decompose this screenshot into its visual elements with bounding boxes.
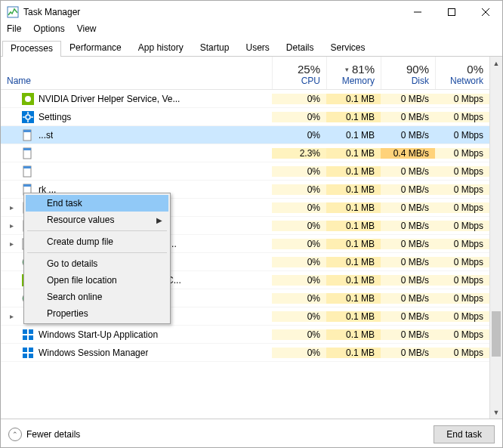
menubar: File Options View xyxy=(1,23,502,39)
maximize-button[interactable] xyxy=(434,1,468,23)
memory-cell: 0.1 MB xyxy=(326,275,381,286)
network-cell: 0 Mbps xyxy=(435,148,489,159)
vertical-scrollbar[interactable]: ▲ ▼ xyxy=(489,57,502,419)
submenu-arrow-icon: ▶ xyxy=(156,216,162,224)
memory-cell: 0.1 MB xyxy=(326,257,381,267)
svg-rect-38 xyxy=(23,335,27,340)
context-menu-item[interactable]: Go to details xyxy=(26,255,168,272)
tab-details[interactable]: Details xyxy=(278,40,322,56)
column-disk[interactable]: 90% Disk xyxy=(381,57,435,89)
context-menu-item[interactable]: Create dump file xyxy=(26,233,168,250)
column-name[interactable]: Name xyxy=(1,57,272,89)
disk-cell: 0 MB/s xyxy=(381,293,435,304)
tabs: Processes Performance App history Startu… xyxy=(1,40,502,57)
cpu-cell: 0% xyxy=(272,329,326,340)
fewer-details-button[interactable]: ⌃ Fewer details xyxy=(8,428,434,441)
context-menu-item[interactable]: Resource values▶ xyxy=(26,212,168,228)
minimize-button[interactable] xyxy=(400,1,434,23)
tab-startup[interactable]: Startup xyxy=(192,40,238,56)
disk-cell: 0 MB/s xyxy=(381,94,435,104)
context-menu-item[interactable]: End task xyxy=(26,195,168,212)
memory-cell: 0.1 MB xyxy=(326,166,381,177)
process-name: NVIDIA Driver Helper Service, Ve... xyxy=(39,94,180,104)
menu-separator xyxy=(27,252,167,253)
network-cell: 0 Mbps xyxy=(435,184,489,195)
table-row[interactable]: Settings0%0.1 MB0 MB/s0 Mbps xyxy=(1,108,502,126)
context-menu-item[interactable]: Search online xyxy=(26,289,168,305)
svg-rect-41 xyxy=(29,348,33,352)
tab-services[interactable]: Services xyxy=(322,40,374,56)
memory-cell: 0.1 MB xyxy=(326,112,381,122)
memory-cell: 0.1 MB xyxy=(326,94,381,104)
process-icon xyxy=(22,93,34,105)
table-row[interactable]: ...st0%0.1 MB0 MB/s0 Mbps xyxy=(1,126,502,144)
disk-cell: 0 MB/s xyxy=(381,329,435,340)
disk-cell: 0 MB/s xyxy=(381,130,435,141)
menu-view[interactable]: View xyxy=(77,23,97,39)
table-row[interactable]: NVIDIA Driver Helper Service, Ve...0%0.1… xyxy=(1,90,502,108)
tab-performance[interactable]: Performance xyxy=(61,40,130,56)
memory-cell: 0.1 MB xyxy=(326,148,381,159)
table-row[interactable]: 2.3%0.1 MB0.4 MB/s0 Mbps xyxy=(1,144,502,162)
disk-cell: 0 MB/s xyxy=(381,112,435,122)
memory-cell: 0.1 MB xyxy=(326,221,381,231)
svg-rect-40 xyxy=(23,348,27,352)
cpu-cell: 0% xyxy=(272,275,326,286)
scroll-thumb[interactable] xyxy=(492,311,501,357)
disk-cell: 0 MB/s xyxy=(381,166,435,177)
network-cell: 0 Mbps xyxy=(435,94,489,104)
process-icon xyxy=(22,165,34,178)
column-network[interactable]: 0% Network xyxy=(435,57,489,89)
network-cell: 0 Mbps xyxy=(435,130,489,141)
disk-cell: 0 MB/s xyxy=(381,239,435,249)
cpu-cell: 0% xyxy=(272,311,326,322)
menu-file[interactable]: File xyxy=(7,23,21,39)
svg-rect-42 xyxy=(23,354,27,358)
sort-desc-icon: ▾ xyxy=(345,66,349,73)
scroll-down-icon[interactable]: ▼ xyxy=(490,406,502,419)
process-icon xyxy=(22,129,34,141)
process-list: Name 25% CPU ▾81% Memory 90% Disk 0% Net… xyxy=(1,57,502,419)
column-cpu[interactable]: 25% CPU xyxy=(272,57,326,89)
task-manager-icon xyxy=(7,6,19,18)
disk-cell: 0 MB/s xyxy=(381,275,435,286)
disk-cell: 0 MB/s xyxy=(381,221,435,231)
tab-app-history[interactable]: App history xyxy=(130,40,192,56)
context-menu-item[interactable]: Open file location xyxy=(26,272,168,289)
cpu-cell: 0% xyxy=(272,94,326,104)
memory-cell: 0.1 MB xyxy=(326,184,381,195)
tab-processes[interactable]: Processes xyxy=(2,41,61,57)
disk-cell: 0.4 MB/s xyxy=(381,148,435,159)
network-cell: 0 Mbps xyxy=(435,348,489,358)
expand-icon[interactable]: ▸ xyxy=(7,239,16,248)
process-icon xyxy=(22,111,34,123)
menu-options[interactable]: Options xyxy=(33,23,64,39)
table-row[interactable]: Windows Session Manager0%0.1 MB0 MB/s0 M… xyxy=(1,344,502,362)
network-cell: 0 Mbps xyxy=(435,166,489,177)
network-cell: 0 Mbps xyxy=(435,221,489,231)
expand-icon[interactable]: ▸ xyxy=(7,221,16,230)
network-cell: 0 Mbps xyxy=(435,293,489,304)
titlebar[interactable]: Task Manager xyxy=(1,1,502,23)
disk-cell: 0 MB/s xyxy=(381,311,435,322)
tab-users[interactable]: Users xyxy=(237,40,277,56)
end-task-button[interactable]: End task xyxy=(434,425,495,443)
column-memory[interactable]: ▾81% Memory xyxy=(326,57,381,89)
process-name: Windows Session Manager xyxy=(39,348,148,358)
process-name: Windows Start-Up Application xyxy=(39,329,158,340)
context-menu: End taskResource values▶Create dump file… xyxy=(23,193,171,324)
close-button[interactable] xyxy=(468,1,502,23)
cpu-cell: 0% xyxy=(272,221,326,231)
svg-rect-16 xyxy=(23,148,31,150)
context-menu-item[interactable]: Properties xyxy=(26,305,168,322)
svg-rect-2 xyxy=(448,9,455,16)
table-row[interactable]: Windows Start-Up Application0%0.1 MB0 MB… xyxy=(1,326,502,344)
scroll-up-icon[interactable]: ▲ xyxy=(490,57,502,70)
expand-icon[interactable]: ▸ xyxy=(7,312,16,320)
cpu-cell: 0% xyxy=(272,184,326,195)
process-icon xyxy=(22,147,34,159)
table-row[interactable]: 0%0.1 MB0 MB/s0 Mbps xyxy=(1,162,502,181)
cpu-cell: 2.3% xyxy=(272,148,326,159)
svg-rect-20 xyxy=(23,184,31,187)
expand-icon[interactable]: ▸ xyxy=(7,203,16,212)
